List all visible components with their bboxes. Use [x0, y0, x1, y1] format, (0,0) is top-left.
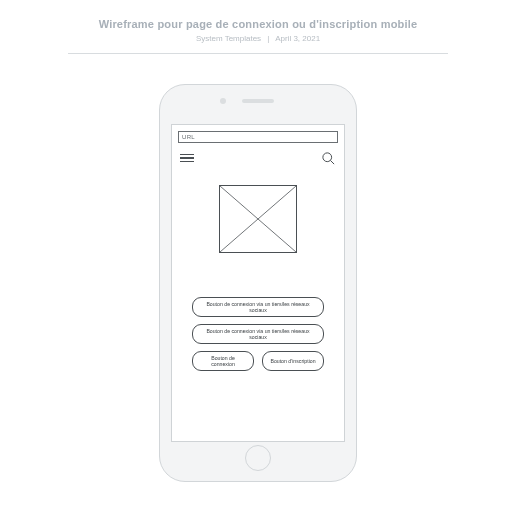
- phone-home-button: [245, 445, 271, 471]
- toolbar: [180, 149, 336, 167]
- meta-date: April 3, 2021: [275, 34, 320, 43]
- header-rule: [68, 53, 448, 54]
- phone-speaker: [242, 99, 274, 103]
- svg-point-0: [323, 152, 332, 161]
- image-placeholder: [219, 185, 297, 253]
- social-login-button-2[interactable]: Bouton de connexion via un tiers/les rés…: [192, 324, 324, 344]
- phone-screen: URL: [171, 124, 345, 442]
- screen-content: Bouton de connexion via un tiers/les rés…: [172, 167, 344, 441]
- phone-frame-container: URL: [159, 84, 357, 482]
- button-row: Bouton de connexion Bouton d'inscription: [192, 351, 324, 371]
- document-header: Wireframe pour page de connexion ou d'in…: [0, 0, 516, 54]
- phone-camera-dot: [220, 98, 226, 104]
- social-login-button-1[interactable]: Bouton de connexion via un tiers/les rés…: [192, 297, 324, 317]
- hamburger-icon[interactable]: [180, 154, 194, 163]
- meta-separator: |: [267, 34, 269, 43]
- signup-button[interactable]: Bouton d'inscription: [262, 351, 324, 371]
- url-bar-label: URL: [182, 134, 195, 140]
- page-subtitle: System Templates | April 3, 2021: [0, 34, 516, 43]
- search-icon[interactable]: [321, 151, 336, 166]
- login-button[interactable]: Bouton de connexion: [192, 351, 254, 371]
- button-group: Bouton de connexion via un tiers/les rés…: [182, 297, 334, 371]
- meta-author: System Templates: [196, 34, 261, 43]
- svg-line-1: [330, 160, 334, 164]
- phone-frame: URL: [159, 84, 357, 482]
- url-bar[interactable]: URL: [178, 131, 338, 143]
- page-title: Wireframe pour page de connexion ou d'in…: [0, 18, 516, 30]
